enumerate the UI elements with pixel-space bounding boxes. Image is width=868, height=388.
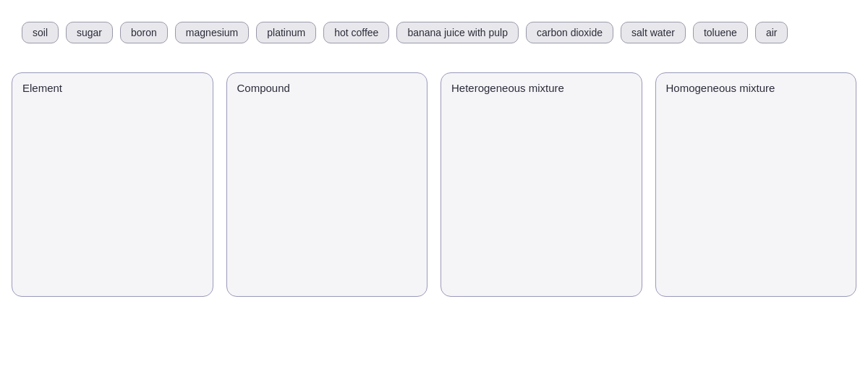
drag-items-row: soilsugarboronmagnesiumplatinumhot coffe… — [0, 0, 868, 58]
chip-boron[interactable]: boron — [120, 22, 168, 43]
chip-hot-coffee[interactable]: hot coffee — [323, 22, 389, 43]
category-label-homogeneous: Homogeneous mixture — [666, 82, 775, 94]
category-label-compound: Compound — [237, 82, 290, 94]
category-box-compound[interactable]: Compound — [226, 72, 428, 297]
chip-salt-water[interactable]: salt water — [621, 22, 686, 43]
category-label-heterogeneous: Heterogeneous mixture — [451, 82, 564, 94]
chip-toluene[interactable]: toluene — [693, 22, 748, 43]
chip-air[interactable]: air — [755, 22, 788, 43]
category-label-element: Element — [22, 82, 62, 94]
categories-row: ElementCompoundHeterogeneous mixtureHomo… — [0, 58, 868, 311]
chip-sugar[interactable]: sugar — [66, 22, 113, 43]
chip-platinum[interactable]: platinum — [256, 22, 316, 43]
category-box-element[interactable]: Element — [12, 72, 213, 297]
chip-carbon-dioxide[interactable]: carbon dioxide — [526, 22, 613, 43]
chip-soil[interactable]: soil — [22, 22, 59, 43]
category-box-homogeneous[interactable]: Homogeneous mixture — [655, 72, 857, 297]
chip-magnesium[interactable]: magnesium — [175, 22, 249, 43]
category-box-heterogeneous[interactable]: Heterogeneous mixture — [441, 72, 642, 297]
chip-banana-juice[interactable]: banana juice with pulp — [396, 22, 519, 43]
